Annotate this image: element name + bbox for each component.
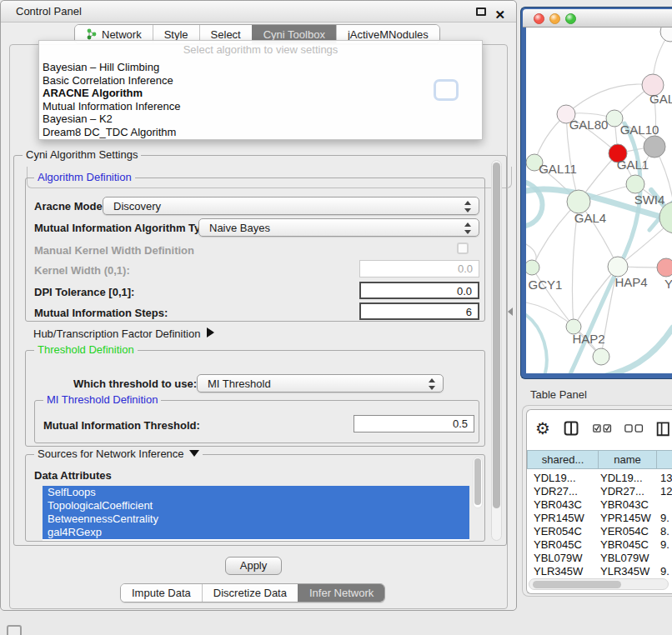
application-root: Control Panel ✕ NetworkStyleSelectCyni T… [0,0,672,635]
minimize-window-button[interactable] [549,13,560,24]
attribute-item-selfloops[interactable]: SelfLoops [43,486,469,499]
attribute-item-gal4rgexp[interactable]: gal4RGexp [43,526,469,539]
network-node-label: GCY1 [529,278,563,292]
background-focus-ring [434,79,459,101]
network-node[interactable] [593,348,609,365]
tab-infer-network[interactable]: Infer Network [298,584,384,602]
zoom-window-button[interactable] [565,13,576,24]
table-toolbar: ⚙ [527,413,672,443]
network-node-label: GAL1 [617,158,649,172]
mi-threshold-definition-group: MI Threshold Definition Mutual Informati… [34,400,479,443]
network-edge[interactable] [532,268,574,327]
tab-label: Cyni Toolbox [263,28,325,41]
network-canvas[interactable]: GALGAL80GAL10GAL1SWI4GAL11GAL4GCY1HAP4YH… [526,28,672,373]
aracne-mode-value: Discovery [113,198,161,215]
table-row[interactable]: YBR043CYBR043C [527,498,672,512]
attribute-item-topologicalcoefficient[interactable]: TopologicalCoefficient [43,499,469,512]
mi-algorithm-type-select[interactable]: Naive Bayes [198,218,479,237]
table-cell: 9. [657,512,672,525]
data-attributes-label: Data Attributes [34,469,112,482]
algorithm-option-dream8-dc-tdc-algorithm[interactable]: Dream8 DC_TDC Algorithm [39,126,482,139]
network-icon [86,28,98,40]
table-cell: YBR043C [527,498,599,512]
deselect-all-columns-icon[interactable] [624,423,644,433]
table-row[interactable]: YDL19...YDL19...13 [527,472,672,485]
table-cell: YBL079W [599,552,657,565]
network-window-titlebar[interactable] [523,9,672,28]
table-horizontal-scrollbar[interactable] [529,578,669,590]
network-node[interactable] [567,190,590,213]
network-edge[interactable] [526,315,547,373]
network-edge[interactable] [566,84,653,114]
network-node[interactable] [526,260,539,275]
table-row[interactable]: YBR045CYBR045C9. [527,538,672,552]
table-row[interactable]: YBL079WYBL079W [527,552,672,565]
tab-label: Infer Network [309,587,374,599]
hub-definition-toggle[interactable]: Hub/Transcription Factor Definition [33,328,214,340]
tab-label: Select [211,28,241,41]
stepper-icon [429,378,435,390]
table-panel-title: Table Panel [530,388,587,401]
sources-group-toggle[interactable]: Sources for Network Inference [34,448,203,460]
network-node[interactable] [644,136,665,158]
algorithm-option-mutual-information-inference[interactable]: Mutual Information Inference [39,100,482,113]
aracne-mode-select[interactable]: Discovery [103,197,479,215]
minimized-panel-icon[interactable] [7,625,22,635]
manual-kernel-width-checkbox[interactable] [457,242,469,254]
float-panel-button[interactable] [476,8,486,16]
column-header-name[interactable]: name [599,450,657,469]
table-settings-gear-icon[interactable]: ⚙ [535,420,550,437]
column-header-shared[interactable]: shared... [527,450,599,469]
table-hscrollbar-thumb[interactable] [533,581,621,588]
column-layout-icon[interactable] [564,419,579,438]
network-node[interactable] [626,175,644,193]
network-node[interactable] [660,28,672,42]
tab-impute-data[interactable]: Impute Data [121,584,202,602]
threshold-definition-group: Threshold Definition Which threshold to … [25,350,485,447]
network-node[interactable] [608,257,628,277]
dpi-tolerance-field[interactable]: 0.0 [359,282,479,299]
column-header-partial[interactable] [657,450,672,469]
algorithm-select[interactable]: Select algorithm to view settings [39,41,482,61]
kernel-width-field[interactable]: 0.0 [359,260,479,278]
apply-button[interactable]: Apply [225,557,282,575]
algorithm-option-basic-correlation-inference[interactable]: Basic Correlation Inference [39,74,482,88]
table-row[interactable]: YPR145WYPR145W9. [527,512,672,525]
tab-label: jActiveMNodules [348,28,429,41]
table-header-row: shared...name [527,450,672,469]
mi-steps-field[interactable]: 6 [359,302,479,320]
algorithm-option-bayesian-k2[interactable]: Bayesian – K2 [39,112,482,126]
dpi-tolerance-label: DPI Tolerance [0,1]: [34,286,134,298]
select-all-columns-icon[interactable] [593,422,612,434]
network-node-label: GAL [649,92,672,106]
settings-scrollbar[interactable] [491,160,502,541]
data-attributes-list[interactable]: SelfLoopsTopologicalCoefficientBetweenne… [43,486,469,541]
table-row[interactable]: YDR27...YDR27...12 [527,485,672,498]
attributes-scrollbar-thumb[interactable] [474,458,481,505]
close-window-button[interactable] [534,13,544,24]
tab-discretize-data[interactable]: Discretize Data [202,584,298,602]
table-row[interactable]: YER054CYER054C8. [527,525,672,538]
network-node-label: GAL80 [569,118,609,132]
network-node[interactable] [657,258,672,277]
table-cell: 8. [657,525,672,538]
close-panel-icon[interactable]: ✕ [494,4,505,26]
control-panel-window: Control Panel ✕ NetworkStyleSelectCyni T… [0,0,517,611]
cyni-bottom-tabbar: Impute DataDiscretize DataInfer Network [120,583,385,602]
attributes-scrollbar[interactable] [473,457,483,508]
algorithm-option-bayesian-hill-climbing[interactable]: Bayesian – Hill Climbing [39,61,482,74]
new-table-icon[interactable] [656,418,672,438]
settings-scrollbar-thumb[interactable] [493,162,500,508]
cyni-algorithm-settings-group: Cyni Algorithm Settings Algorithm Defini… [13,155,507,546]
table-row[interactable]: YLR345WYLR345W9. [527,565,672,578]
which-threshold-select[interactable]: MI Threshold [197,374,444,392]
control-panel-titlebar: Control Panel ✕ [1,1,516,22]
algorithm-option-aracne-algorithm[interactable]: ARACNE Algorithm [39,87,482,100]
control-panel-title: Control Panel [16,5,82,18]
attribute-item-betweennesscentrality[interactable]: BetweennessCentrality [43,512,469,526]
mi-threshold-field[interactable]: 0.5 [354,415,474,432]
splitter-collapse-handle[interactable] [508,308,513,316]
table-cell: 12 [657,485,672,498]
which-threshold-label: Which threshold to use: [73,378,197,390]
network-edge[interactable] [606,328,672,373]
